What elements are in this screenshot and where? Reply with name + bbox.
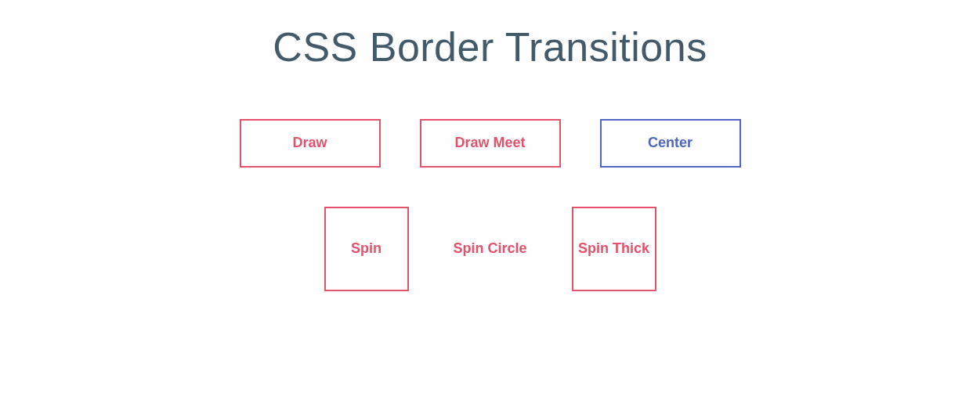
demo-container: CSS Border Transitions Draw Draw Meet Ce…: [0, 0, 980, 291]
spin-circle-button[interactable]: Spin Circle: [448, 207, 533, 291]
draw-meet-button[interactable]: Draw Meet: [420, 119, 561, 168]
center-button[interactable]: Center: [600, 119, 741, 168]
page-title: CSS Border Transitions: [0, 23, 980, 70]
spin-button[interactable]: Spin: [324, 207, 409, 291]
button-row-1: Draw Draw Meet Center: [0, 119, 980, 168]
button-row-2: Spin Spin Circle Spin Thick: [0, 207, 980, 291]
draw-button[interactable]: Draw: [240, 119, 381, 168]
spin-thick-button[interactable]: Spin Thick: [572, 207, 656, 291]
